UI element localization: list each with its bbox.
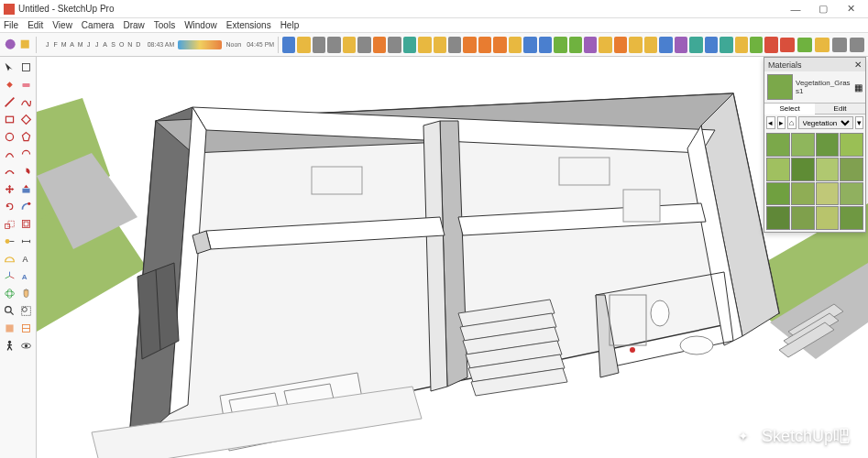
- material-swatch[interactable]: [816, 206, 840, 230]
- move-tool[interactable]: [2, 180, 17, 197]
- scale-tool[interactable]: [2, 215, 17, 232]
- material-swatch[interactable]: [791, 158, 815, 181]
- ext-icon[interactable]: [327, 37, 340, 53]
- menu-draw[interactable]: Draw: [123, 20, 144, 30]
- viewport-3d[interactable]: Materials ✕ Vegetation_Grass1 ▦ Select E…: [37, 57, 868, 458]
- panel-close-icon[interactable]: ✕: [854, 60, 862, 70]
- menu-window[interactable]: Window: [184, 20, 217, 30]
- section-display-tool[interactable]: [18, 320, 34, 336]
- axes-tool[interactable]: [2, 267, 17, 284]
- rectangle-tool[interactable]: [2, 111, 17, 127]
- ext-icon[interactable]: [614, 37, 627, 53]
- material-swatch[interactable]: [816, 133, 840, 157]
- shadow-time-slider[interactable]: [178, 40, 222, 49]
- tab-select[interactable]: Select: [764, 104, 815, 114]
- select-tool[interactable]: [2, 59, 17, 75]
- close-button[interactable]: ✕: [837, 3, 864, 15]
- look-around-tool[interactable]: [18, 337, 34, 354]
- material-swatch[interactable]: [766, 158, 790, 181]
- nav-back-icon[interactable]: ◂: [766, 116, 775, 129]
- material-swatch[interactable]: [816, 158, 840, 181]
- material-swatch[interactable]: [840, 158, 863, 181]
- circle-tool[interactable]: [2, 128, 17, 145]
- ext-icon[interactable]: [434, 37, 446, 53]
- menu-camera[interactable]: Camera: [82, 20, 115, 30]
- ext-icon[interactable]: [373, 37, 386, 53]
- maximize-button[interactable]: ▢: [809, 3, 837, 15]
- ext-icon[interactable]: [313, 37, 325, 53]
- eraser-tool[interactable]: [18, 76, 34, 93]
- materials-panel-header[interactable]: Materials ✕: [764, 58, 865, 71]
- protractor-tool[interactable]: [2, 250, 17, 267]
- follow-me-tool[interactable]: [18, 198, 34, 214]
- material-swatch[interactable]: [791, 206, 815, 230]
- home-icon[interactable]: ⌂: [787, 116, 797, 129]
- ext-icon[interactable]: [584, 37, 597, 53]
- tape-measure-tool[interactable]: [2, 233, 17, 249]
- line-tool[interactable]: [2, 93, 17, 110]
- plugin-icon[interactable]: [18, 37, 31, 53]
- nav-fwd-icon[interactable]: ▸: [777, 116, 786, 129]
- ext-icon[interactable]: [780, 38, 795, 52]
- material-swatch[interactable]: [840, 182, 863, 206]
- ext-icon[interactable]: [297, 37, 310, 53]
- polygon-tool[interactable]: [18, 128, 34, 145]
- ext-icon[interactable]: [599, 37, 611, 53]
- pie-tool[interactable]: [18, 163, 34, 180]
- ext-icon[interactable]: [523, 37, 536, 53]
- 3pt-arc-tool[interactable]: [2, 163, 17, 180]
- text-tool[interactable]: A: [18, 250, 34, 267]
- material-swatch[interactable]: [766, 182, 790, 206]
- ext-icon[interactable]: [463, 37, 476, 53]
- ext-icon[interactable]: [644, 37, 657, 53]
- material-swatch[interactable]: [791, 133, 815, 157]
- ext-icon[interactable]: [720, 37, 732, 53]
- ext-icon[interactable]: [850, 38, 864, 52]
- plugin-icon[interactable]: [4, 37, 16, 53]
- ext-icon[interactable]: [735, 37, 748, 53]
- freehand-tool[interactable]: [18, 93, 34, 110]
- ext-icon[interactable]: [569, 37, 582, 53]
- ext-icon[interactable]: [539, 37, 552, 53]
- ext-icon[interactable]: [750, 37, 763, 53]
- ext-icon[interactable]: [343, 37, 356, 53]
- ext-icon[interactable]: [357, 37, 370, 53]
- ext-icon[interactable]: [659, 37, 672, 53]
- minimize-button[interactable]: —: [782, 4, 809, 15]
- ext-icon[interactable]: [509, 37, 522, 53]
- ext-icon[interactable]: [675, 37, 687, 53]
- ext-icon[interactable]: [282, 37, 295, 53]
- menu-icon[interactable]: ▾: [855, 116, 864, 129]
- material-create-icon[interactable]: ▦: [854, 82, 863, 93]
- ext-icon[interactable]: [554, 37, 566, 53]
- material-swatch[interactable]: [840, 206, 863, 230]
- material-swatch[interactable]: [816, 182, 840, 206]
- ext-icon[interactable]: [689, 37, 702, 53]
- walk-tool[interactable]: [2, 337, 17, 354]
- 2pt-arc-tool[interactable]: [18, 146, 34, 162]
- zoom-extents-tool[interactable]: [18, 302, 34, 319]
- ext-icon[interactable]: [418, 37, 431, 53]
- material-swatch[interactable]: [840, 133, 863, 157]
- ext-icon[interactable]: [832, 38, 847, 52]
- ext-icon[interactable]: [629, 37, 642, 53]
- make-component-tool[interactable]: [18, 59, 34, 75]
- menu-tools[interactable]: Tools: [154, 20, 175, 30]
- shadow-month-strip[interactable]: J F M A M J J A S O N D: [44, 41, 142, 48]
- material-swatch[interactable]: [766, 133, 790, 157]
- menu-view[interactable]: View: [52, 20, 72, 30]
- material-swatch[interactable]: [791, 182, 815, 206]
- ext-icon[interactable]: [815, 38, 830, 52]
- ext-icon[interactable]: [797, 38, 812, 52]
- paint-bucket-tool[interactable]: [2, 76, 17, 93]
- material-swatch[interactable]: [766, 206, 790, 230]
- orbit-tool[interactable]: [2, 285, 17, 301]
- menu-help[interactable]: Help: [280, 20, 300, 30]
- section-plane-tool[interactable]: [2, 320, 17, 336]
- ext-icon[interactable]: [478, 37, 491, 53]
- dimension-tool[interactable]: [18, 233, 34, 249]
- material-preview[interactable]: [767, 74, 793, 100]
- library-dropdown[interactable]: Vegetation: [798, 116, 853, 129]
- ext-icon[interactable]: [388, 37, 401, 53]
- ext-icon[interactable]: [705, 37, 718, 53]
